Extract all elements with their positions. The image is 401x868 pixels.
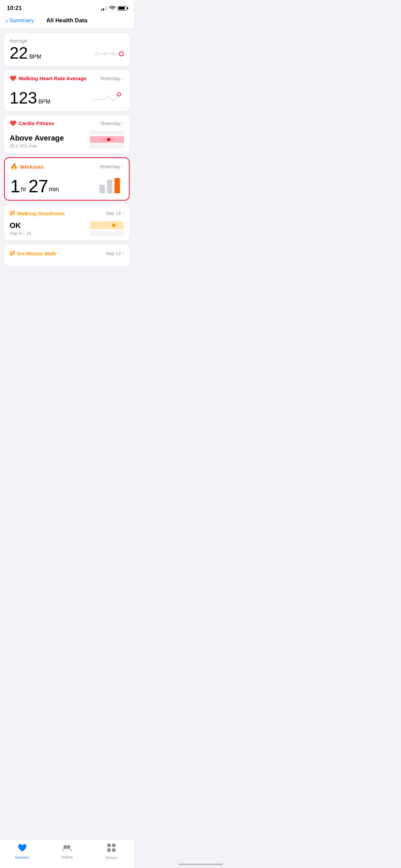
walking-hr-chevron-icon: ›: [122, 75, 124, 82]
walking-steadiness-sub: Sep 9 – 16: [10, 231, 31, 236]
status-time: 10:21: [7, 5, 22, 12]
bottom-spacer: [4, 270, 130, 301]
cardio-chevron-icon: ›: [122, 120, 124, 126]
battery-icon: [118, 6, 127, 11]
walking-steadiness-date: Sep 16: [106, 210, 121, 216]
back-button[interactable]: ‹ Summary: [5, 17, 34, 24]
resting-hr-value: 22: [10, 45, 28, 61]
cardio-title: Cardio Fitness: [19, 120, 54, 126]
cardio-fitness-card[interactable]: ❤️ Cardio Fitness Yesterday › Above Aver…: [4, 115, 130, 153]
walking-steadiness-icon: ⇄: [10, 209, 15, 217]
svg-rect-10: [114, 178, 120, 193]
back-label: Summary: [9, 17, 34, 24]
page-title: All Health Data: [46, 17, 87, 24]
walking-hr-value: 123: [10, 90, 37, 106]
workouts-card[interactable]: 🔥 Workouts Yesterday › 1 hr 27 min: [4, 157, 130, 201]
walking-steadiness-value: OK: [10, 221, 31, 230]
workouts-min-unit: min: [49, 186, 59, 193]
cardio-sub-value: 28.1 VO₂ max: [10, 143, 64, 148]
workouts-min-value: 27: [28, 177, 48, 195]
svg-point-0: [95, 52, 98, 55]
walking-hr-title: Walking Heart Rate Average: [19, 75, 86, 81]
six-min-walk-date: Sep 12: [106, 251, 121, 256]
status-bar: 10:21: [0, 0, 134, 14]
workouts-bar-chart: [89, 174, 123, 195]
nav-header: ‹ Summary All Health Data: [0, 14, 134, 29]
cardio-date: Yesterday: [100, 121, 121, 126]
cardio-bar-chart: [90, 131, 124, 148]
svg-rect-9: [107, 180, 112, 193]
avg-label: Average: [10, 38, 124, 44]
steadiness-bar-chart: [90, 221, 124, 236]
workouts-hr-value: 1: [10, 177, 20, 195]
avg-value-row: 22 BPM: [10, 45, 124, 61]
resting-hr-chart: [90, 46, 124, 60]
walking-hr-card[interactable]: ❤️ Walking Heart Rate Average Yesterday …: [4, 70, 130, 111]
workouts-chevron-icon: ›: [122, 164, 123, 170]
workouts-flame-icon: 🔥: [10, 163, 18, 170]
resting-hr-card[interactable]: Average 22 BPM: [4, 33, 130, 66]
cardio-value-label: Above Average: [10, 134, 64, 143]
walking-hr-chart: [90, 86, 124, 106]
walking-hr-date: Yesterday: [100, 76, 121, 81]
signal-icon: [101, 6, 107, 11]
workouts-hr-unit: hr: [21, 186, 26, 193]
back-chevron-icon: ‹: [5, 17, 8, 24]
six-min-walk-title: Six-Minute Walk: [17, 251, 56, 256]
wifi-icon: [109, 5, 116, 11]
svg-rect-8: [99, 185, 105, 193]
six-min-walk-icon: ⇄: [10, 250, 15, 257]
workouts-date: Yesterday: [99, 164, 120, 169]
cardio-heart-icon: ❤️: [10, 120, 16, 126]
six-min-walk-card[interactable]: ⇄ Six-Minute Walk Sep 12 ›: [4, 245, 130, 266]
status-icons: [101, 5, 127, 11]
walking-hr-heart-icon: ❤️: [10, 75, 16, 82]
walking-steadiness-chevron-icon: ›: [122, 210, 124, 216]
walking-steadiness-title: Walking Steadiness: [17, 210, 65, 216]
walking-steadiness-card[interactable]: ⇄ Walking Steadiness Sep 16 › OK Sep 9 –…: [4, 205, 130, 241]
workouts-title: Workouts: [20, 164, 44, 170]
scroll-content: Average 22 BPM ❤️ Walking Heart Rate A: [0, 29, 134, 301]
walking-hr-unit: BPM: [38, 99, 50, 105]
resting-hr-unit: BPM: [29, 54, 41, 60]
six-min-walk-chevron-icon: ›: [122, 250, 124, 256]
